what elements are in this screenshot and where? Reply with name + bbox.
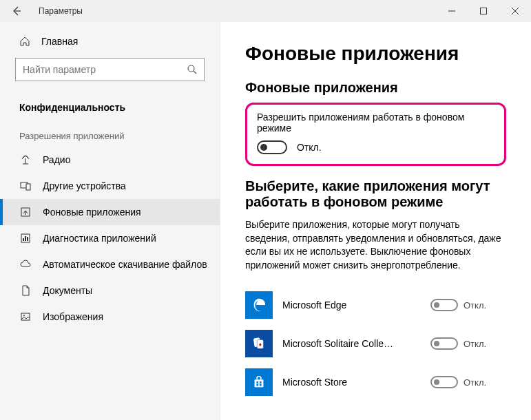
app-icon-solitaire: ♦	[245, 330, 273, 357]
maximize-button[interactable]	[468, 0, 499, 22]
nav-item-diagnostics[interactable]: Диагностика приложений	[0, 225, 220, 251]
nav-home[interactable]: Главная	[0, 30, 220, 52]
app-toggle-state: Откл.	[464, 377, 486, 388]
master-toggle-state: Откл.	[297, 142, 322, 153]
nav-item-other-devices[interactable]: Другие устройства	[0, 173, 220, 199]
background-apps-icon	[19, 207, 32, 218]
radio-icon	[19, 154, 32, 165]
document-icon	[19, 285, 32, 296]
sidebar: Главная Конфиденциальность Разрешения пр…	[0, 22, 220, 420]
titlebar: Параметры	[0, 0, 531, 22]
app-name: Microsoft Store	[282, 377, 421, 388]
minimize-button[interactable]	[436, 0, 468, 22]
description: Выберите приложения, которые могут получ…	[245, 218, 506, 272]
master-toggle-label: Разрешить приложениям работать в фоновом…	[257, 112, 494, 134]
svg-rect-24	[260, 384, 262, 386]
section-label: Конфиденциальность	[0, 94, 220, 117]
app-row: Microsoft Edge Откл.	[245, 286, 506, 324]
devices-icon	[19, 180, 32, 191]
page-title: Фоновые приложения	[245, 43, 506, 65]
back-button[interactable]	[0, 0, 33, 22]
app-toggle[interactable]	[430, 376, 458, 388]
subheading: Выберите, какие приложения могут работат…	[245, 178, 506, 210]
svg-rect-23	[256, 384, 258, 386]
app-toggle[interactable]	[430, 299, 458, 311]
arrow-left-icon	[11, 6, 22, 17]
diagnostics-icon	[19, 233, 32, 244]
nav-item-label: Фоновые приложения	[43, 207, 141, 218]
close-button[interactable]	[499, 0, 531, 22]
svg-rect-22	[260, 381, 262, 384]
nav-item-auto-downloads[interactable]: Автоматическое скачивание файлов	[0, 251, 220, 277]
svg-point-17	[23, 315, 25, 316]
nav-item-label: Изображения	[43, 311, 103, 322]
search-wrap	[15, 58, 205, 81]
subheading: Фоновые приложения	[245, 80, 506, 96]
app-icon-store	[245, 368, 273, 396]
group-label: Разрешения приложений	[0, 117, 220, 147]
svg-text:♦: ♦	[259, 342, 262, 348]
svg-rect-13	[23, 238, 24, 241]
app-icon-edge	[245, 291, 273, 319]
svg-rect-14	[25, 236, 26, 241]
toggle-knob	[260, 144, 267, 151]
nav-item-images[interactable]: Изображения	[0, 304, 220, 330]
nav-item-label: Диагностика приложений	[43, 233, 156, 244]
svg-rect-9	[26, 184, 30, 190]
svg-rect-15	[27, 237, 28, 241]
main-content: Фоновые приложения Фоновые приложения Ра…	[220, 22, 531, 420]
nav-home-label: Главная	[41, 36, 78, 47]
nav-item-label: Документы	[43, 285, 92, 296]
home-icon	[19, 36, 30, 47]
nav-item-label: Радио	[43, 154, 70, 165]
app-row: ♦ Microsoft Solitaire Colle… Откл.	[245, 324, 506, 363]
nav-item-documents[interactable]: Документы	[0, 277, 220, 304]
app-toggle[interactable]	[430, 337, 458, 350]
app-row: Microsoft Store Откл.	[245, 363, 506, 401]
images-icon	[19, 311, 32, 322]
minimize-icon	[448, 8, 455, 14]
nav-item-label: Другие устройства	[43, 180, 126, 191]
cloud-download-icon	[19, 259, 32, 270]
nav-item-radio[interactable]: Радио	[0, 147, 220, 173]
highlight-box: Разрешить приложениям работать в фоновом…	[245, 103, 506, 166]
app-name: Microsoft Edge	[282, 300, 421, 311]
window-title: Параметры	[33, 6, 436, 16]
nav-item-label: Автоматическое скачивание файлов	[43, 259, 207, 270]
svg-rect-1	[481, 8, 487, 14]
nav-item-background-apps[interactable]: Фоновые приложения	[0, 199, 220, 225]
master-toggle[interactable]	[257, 140, 287, 154]
svg-rect-21	[256, 381, 258, 384]
search-input[interactable]	[15, 58, 205, 81]
app-toggle-state: Откл.	[464, 339, 486, 349]
app-name: Microsoft Solitaire Colle…	[282, 338, 421, 349]
app-toggle-state: Откл.	[464, 300, 486, 311]
maximize-icon	[480, 8, 487, 14]
close-icon	[512, 8, 519, 14]
